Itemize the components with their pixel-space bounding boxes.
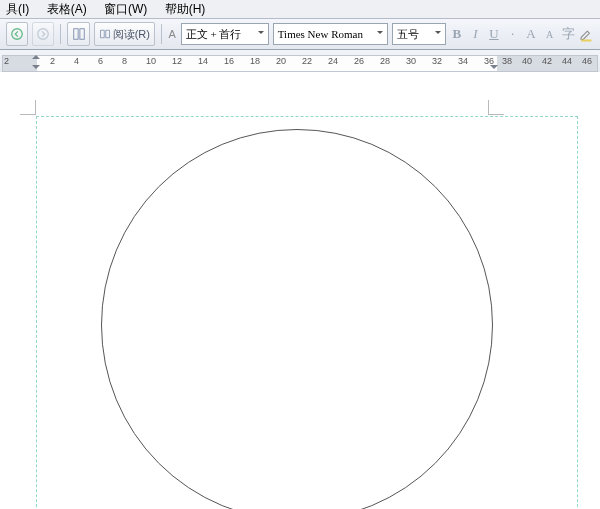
svg-point-0 (12, 29, 23, 40)
menu-help[interactable]: 帮助(H) (165, 2, 206, 16)
ruler-tick: 8 (122, 56, 127, 66)
page-corner-top-right (488, 100, 504, 116)
arrow-left-icon (10, 27, 24, 41)
format-sep: · (504, 24, 521, 44)
ruler-tick: 16 (224, 56, 234, 66)
menu-tools[interactable]: 具(I) (6, 2, 29, 16)
ruler-tick: 22 (302, 56, 312, 66)
ruler-tick: 30 (406, 56, 416, 66)
font-size-combo[interactable]: 五号 (392, 23, 445, 45)
highlighter-icon (578, 26, 595, 43)
menu-window[interactable]: 窗口(W) (104, 2, 147, 16)
ruler-tick: 2 (4, 56, 9, 66)
style-hint: A (166, 28, 179, 40)
menu-table[interactable]: 表格(A) (47, 2, 87, 16)
ruler-tick: 26 (354, 56, 364, 66)
page-corner-top-left (20, 100, 36, 116)
highlight-button[interactable] (578, 24, 595, 44)
arrow-right-icon (36, 27, 50, 41)
wps-word-window: 具(I) 表格(A) 窗口(W) 帮助(H) 阅读(R) A 正文 + 首行 T… (0, 0, 600, 509)
toolbar-separator (60, 24, 61, 44)
ruler-tick: 12 (172, 56, 182, 66)
book-icon (99, 28, 111, 40)
ruler-ticks: 2246810121416182022242628303234363840424… (0, 56, 600, 70)
ruler-tick: 34 (458, 56, 468, 66)
ruler-tick: 28 (380, 56, 390, 66)
underline-button[interactable]: U (486, 24, 503, 44)
svg-rect-2 (73, 29, 77, 40)
bold-button[interactable]: B (449, 24, 466, 44)
ruler-tick: 44 (562, 56, 572, 66)
ruler-tick: 24 (328, 56, 338, 66)
ruler-tick: 20 (276, 56, 286, 66)
ruler-tick: 14 (198, 56, 208, 66)
toolbar: 阅读(R) A 正文 + 首行 Times New Roman 五号 B I U… (0, 19, 600, 50)
style-value: 正文 + 首行 (186, 27, 242, 42)
menubar: 具(I) 表格(A) 窗口(W) 帮助(H) (0, 0, 600, 19)
horizontal-ruler[interactable]: 2246810121416182022242628303234363840424… (0, 50, 600, 73)
ruler-tick: 38 (502, 56, 512, 66)
font-shrink-button[interactable]: A (541, 24, 558, 44)
ruler-tick: 10 (146, 56, 156, 66)
document-workspace[interactable] (0, 72, 600, 509)
toolbar-separator (161, 24, 162, 44)
svg-rect-4 (582, 39, 592, 41)
ruler-tick: 6 (98, 56, 103, 66)
ruler-tick: 42 (542, 56, 552, 66)
style-combo[interactable]: 正文 + 首行 (181, 23, 269, 45)
ruler-tick: 32 (432, 56, 442, 66)
font-size-value: 五号 (397, 27, 419, 42)
history-forward-button[interactable] (32, 22, 54, 46)
history-back-button[interactable] (6, 22, 28, 46)
char-format-button[interactable]: 字 (560, 24, 577, 44)
reading-label: 阅读(R) (113, 27, 150, 42)
font-value: Times New Roman (278, 28, 363, 40)
page-layout-icon (72, 27, 86, 41)
font-grow-button[interactable]: A (523, 24, 540, 44)
italic-button[interactable]: I (467, 24, 484, 44)
svg-rect-3 (79, 29, 83, 40)
svg-point-1 (38, 29, 49, 40)
ruler-tick: 40 (522, 56, 532, 66)
ruler-tick: 18 (250, 56, 260, 66)
ruler-tick: 4 (74, 56, 79, 66)
ruler-tick: 46 (582, 56, 592, 66)
ruler-tick: 2 (50, 56, 55, 66)
font-combo[interactable]: Times New Roman (273, 23, 389, 45)
circle-shape[interactable] (101, 129, 493, 509)
reading-mode-button[interactable]: 阅读(R) (94, 22, 155, 46)
view-layout-button[interactable] (67, 22, 89, 46)
first-line-indent-marker[interactable] (32, 51, 40, 59)
